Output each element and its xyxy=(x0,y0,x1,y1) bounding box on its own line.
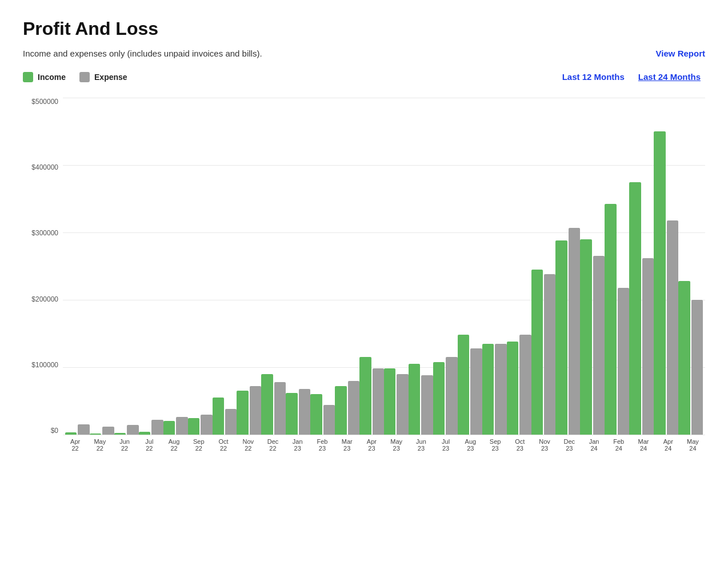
x-label: Jul22 xyxy=(137,435,162,463)
x-label: Oct23 xyxy=(507,435,532,463)
income-bar xyxy=(409,364,420,435)
expense-bar xyxy=(593,256,605,435)
x-year: 22 xyxy=(170,445,177,452)
last-24-months-button[interactable]: Last 24 Months xyxy=(634,70,705,84)
x-label: May24 xyxy=(681,435,705,463)
controls-row: Income Expense Last 12 Months Last 24 Mo… xyxy=(23,70,705,84)
month-group xyxy=(482,98,507,435)
last-12-months-button[interactable]: Last 12 Months xyxy=(558,70,629,84)
expense-bar xyxy=(250,386,261,435)
income-bar xyxy=(213,398,224,435)
income-bar xyxy=(654,131,665,435)
x-year: 23 xyxy=(294,445,301,452)
y-label: $500000 xyxy=(23,98,63,106)
x-month: Nov xyxy=(242,438,254,445)
x-year: 23 xyxy=(442,445,449,452)
month-group xyxy=(359,98,384,435)
month-group xyxy=(335,98,359,435)
x-month: Apr xyxy=(367,438,377,445)
expense-bar xyxy=(323,405,335,435)
income-bar xyxy=(555,240,567,435)
x-label: Nov23 xyxy=(532,435,557,463)
expense-bar xyxy=(667,220,678,435)
expense-bar xyxy=(151,420,163,435)
income-bar xyxy=(163,421,175,435)
x-month: Aug xyxy=(169,438,180,445)
income-bar xyxy=(433,362,445,435)
x-month: Apr xyxy=(663,438,673,445)
expense-bar xyxy=(691,300,703,435)
x-year: 22 xyxy=(195,445,202,452)
expense-bar xyxy=(373,368,384,435)
income-legend-item: Income xyxy=(23,72,66,82)
x-label: Sep23 xyxy=(483,435,507,463)
x-year: 23 xyxy=(343,445,350,452)
month-group xyxy=(139,98,163,435)
month-group xyxy=(114,98,139,435)
month-group xyxy=(90,98,114,435)
income-bar xyxy=(531,270,543,435)
time-filters: Last 12 Months Last 24 Months xyxy=(558,70,705,84)
x-month: Apr xyxy=(70,438,80,445)
expense-bar xyxy=(470,348,482,435)
expense-swatch xyxy=(79,72,90,82)
x-label: Dec22 xyxy=(261,435,285,463)
view-report-link[interactable]: View Report xyxy=(656,49,705,58)
x-label: Sep22 xyxy=(186,435,211,463)
expense-bar xyxy=(274,382,286,435)
x-label: Aug22 xyxy=(162,435,186,463)
x-month: Sep xyxy=(490,438,501,445)
expense-bar xyxy=(495,344,506,435)
x-year: 24 xyxy=(590,445,597,452)
x-year: 23 xyxy=(393,445,400,452)
expense-bar xyxy=(446,357,457,435)
subtitle-text: Income and expenses only (includes unpai… xyxy=(23,49,262,58)
x-month: Aug xyxy=(465,438,477,445)
x-year: 23 xyxy=(491,445,498,452)
income-bar xyxy=(678,281,690,435)
expense-bar xyxy=(299,389,310,435)
month-group xyxy=(384,98,409,435)
income-bar xyxy=(335,386,346,435)
income-swatch xyxy=(23,72,33,82)
x-label: Aug23 xyxy=(458,435,483,463)
income-label: Income xyxy=(38,73,66,82)
x-year: 23 xyxy=(418,445,425,452)
x-label: Apr22 xyxy=(63,435,87,463)
x-label: May23 xyxy=(384,435,409,463)
month-group xyxy=(409,98,433,435)
expense-bar xyxy=(618,288,629,435)
income-bar xyxy=(629,182,641,435)
month-group xyxy=(163,98,188,435)
expense-bar xyxy=(348,381,359,435)
x-year: 22 xyxy=(97,445,103,452)
month-group xyxy=(213,98,237,435)
expense-bar xyxy=(78,424,89,435)
income-bar xyxy=(286,393,297,435)
expense-bar xyxy=(519,335,531,435)
month-group xyxy=(654,98,678,435)
expense-bar xyxy=(569,228,580,435)
x-year: 24 xyxy=(640,445,647,452)
subtitle-row: Income and expenses only (includes unpai… xyxy=(23,49,705,58)
y-label: $400000 xyxy=(23,163,63,171)
x-month: Mar xyxy=(638,438,649,445)
x-month: Jun xyxy=(416,438,426,445)
x-label: Feb23 xyxy=(310,435,334,463)
x-year: 23 xyxy=(517,445,523,452)
income-bar xyxy=(507,342,518,435)
income-bar xyxy=(237,391,248,435)
month-group xyxy=(605,98,629,435)
x-label: Apr23 xyxy=(359,435,384,463)
x-year: 22 xyxy=(269,445,276,452)
month-group xyxy=(433,98,458,435)
x-label: Feb24 xyxy=(606,435,631,463)
y-axis: $500000$400000$300000$200000$100000$0 xyxy=(23,98,63,435)
expense-bar xyxy=(397,374,408,435)
x-month: Sep xyxy=(193,438,205,445)
x-month: Nov xyxy=(539,438,550,445)
x-year: 23 xyxy=(368,445,375,452)
expense-bar xyxy=(176,417,187,435)
x-year: 24 xyxy=(689,445,696,452)
income-bar xyxy=(458,335,469,435)
